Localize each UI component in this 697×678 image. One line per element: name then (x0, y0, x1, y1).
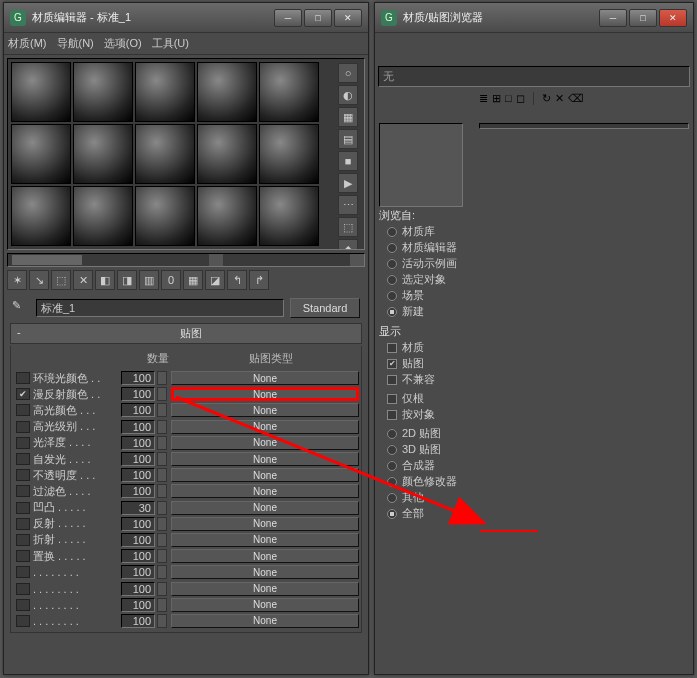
view-list-icons-icon[interactable]: ⊞ (492, 92, 501, 105)
menu-material[interactable]: 材质(M) (8, 36, 47, 51)
map-amount-input[interactable]: 100 (121, 371, 155, 385)
browse-from-option[interactable]: 活动示例画 (379, 256, 475, 272)
map-enable-checkbox[interactable] (16, 599, 30, 611)
map-tree[interactable]: VR天空VR位图过滤器VR污垢VR颜色凹痕斑点薄壁折射波浪大理石灰泥顶点颜色法线… (479, 123, 689, 129)
map-enable-checkbox[interactable] (16, 437, 30, 449)
maximize-button[interactable]: □ (629, 9, 657, 27)
map-amount-input[interactable]: 100 (121, 484, 155, 498)
spinner-icon[interactable] (157, 598, 167, 612)
map-enable-checkbox[interactable] (16, 485, 30, 497)
spinner-icon[interactable] (157, 436, 167, 450)
sample-hscroll[interactable] (7, 253, 365, 267)
spinner-icon[interactable] (157, 533, 167, 547)
go-sibling-icon[interactable]: ↱ (249, 270, 269, 290)
map-amount-input[interactable]: 100 (121, 598, 155, 612)
map-enable-checkbox[interactable] (16, 404, 30, 416)
spinner-icon[interactable] (157, 484, 167, 498)
spinner-icon[interactable] (157, 403, 167, 417)
map-amount-input[interactable]: 100 (121, 582, 155, 596)
mat-id-channel-icon[interactable]: 0 (161, 270, 181, 290)
browse-from-option[interactable]: 材质库 (379, 224, 475, 240)
options-icon[interactable]: ⋯ (338, 195, 358, 215)
video-color-icon[interactable]: ■ (338, 151, 358, 171)
spinner-icon[interactable] (157, 549, 167, 563)
get-material-icon[interactable]: ✶ (7, 270, 27, 290)
map-slot-button[interactable]: None (171, 549, 359, 563)
make-unique-icon[interactable]: ◨ (117, 270, 137, 290)
category-option[interactable]: 3D 贴图 (379, 442, 475, 458)
put-to-scene-icon[interactable]: ↘ (29, 270, 49, 290)
map-slot-button[interactable]: None (171, 468, 359, 482)
category-option[interactable]: 合成器 (379, 458, 475, 474)
maximize-button[interactable]: □ (304, 9, 332, 27)
map-slot-button[interactable]: None (171, 403, 359, 417)
map-slot-button[interactable]: None (171, 517, 359, 531)
map-enable-checkbox[interactable] (16, 583, 30, 595)
show-option[interactable]: 不兼容 (379, 372, 475, 388)
assign-to-sel-icon[interactable]: ⬚ (51, 270, 71, 290)
map-enable-checkbox[interactable] (16, 518, 30, 530)
spinner-icon[interactable] (157, 452, 167, 466)
spinner-icon[interactable] (157, 565, 167, 579)
map-enable-checkbox[interactable] (16, 566, 30, 578)
search-field[interactable]: 无 (378, 66, 690, 87)
browse-from-option[interactable]: 选定对象 (379, 272, 475, 288)
map-amount-input[interactable]: 100 (121, 420, 155, 434)
map-slot-button[interactable]: None (171, 501, 359, 515)
spinner-icon[interactable] (157, 371, 167, 385)
map-enable-checkbox[interactable] (16, 550, 30, 562)
show-in-vp-icon[interactable]: ▦ (183, 270, 203, 290)
delete-from-lib-icon[interactable]: ✕ (555, 92, 564, 105)
map-enable-checkbox[interactable] (16, 388, 30, 400)
category-option[interactable]: 其他 (379, 490, 475, 506)
map-enable-checkbox[interactable] (16, 502, 30, 514)
map-slot-button[interactable]: None (171, 614, 359, 628)
browse-from-option[interactable]: 新建 (379, 304, 475, 320)
clear-lib-icon[interactable]: ⌫ (568, 92, 584, 105)
map-amount-input[interactable]: 100 (121, 549, 155, 563)
show2-option[interactable]: 仅根 (379, 391, 475, 407)
category-option[interactable]: 颜色修改器 (379, 474, 475, 490)
spinner-icon[interactable] (157, 582, 167, 596)
view-small-icon[interactable]: □ (505, 92, 512, 105)
map-slot-button[interactable]: None (171, 387, 359, 401)
map-slot-button[interactable]: None (171, 598, 359, 612)
category-option[interactable]: 全部 (379, 506, 475, 522)
map-slot-button[interactable]: None (171, 565, 359, 579)
map-amount-input[interactable]: 100 (121, 565, 155, 579)
make-preview-icon[interactable]: ▶ (338, 173, 358, 193)
uv-tile-icon[interactable]: ▤ (338, 129, 358, 149)
map-enable-checkbox[interactable] (16, 615, 30, 627)
category-option[interactable]: 2D 贴图 (379, 426, 475, 442)
material-type-button[interactable]: Standard (290, 298, 360, 318)
update-icon[interactable]: ↻ (542, 92, 551, 105)
map-slot-button[interactable]: None (171, 420, 359, 434)
titlebar[interactable]: G 材质编辑器 - 标准_1 ─ □ ✕ (4, 3, 368, 33)
mat-id-icon[interactable]: ◆ (338, 239, 358, 250)
map-slot-button[interactable]: None (171, 582, 359, 596)
show-option[interactable]: 贴图 (379, 356, 475, 372)
map-amount-input[interactable]: 100 (121, 387, 155, 401)
close-button[interactable]: ✕ (334, 9, 362, 27)
spinner-icon[interactable] (157, 420, 167, 434)
map-amount-input[interactable]: 100 (121, 517, 155, 531)
background-icon[interactable]: ▦ (338, 107, 358, 127)
go-parent-icon[interactable]: ↰ (227, 270, 247, 290)
menu-nav[interactable]: 导航(N) (57, 36, 94, 51)
eyedropper-icon[interactable]: ✎ (12, 299, 30, 317)
browse-from-option[interactable]: 场景 (379, 288, 475, 304)
make-copy-icon[interactable]: ◧ (95, 270, 115, 290)
map-amount-input[interactable]: 100 (121, 403, 155, 417)
show-end-icon[interactable]: ◪ (205, 270, 225, 290)
spinner-icon[interactable] (157, 517, 167, 531)
put-to-lib-icon[interactable]: ▥ (139, 270, 159, 290)
minimize-button[interactable]: ─ (274, 9, 302, 27)
maps-rollout-header[interactable]: - 贴图 (10, 323, 362, 344)
map-amount-input[interactable]: 100 (121, 614, 155, 628)
minimize-button[interactable]: ─ (599, 9, 627, 27)
menu-options[interactable]: 选项(O) (104, 36, 142, 51)
browse-from-option[interactable]: 材质编辑器 (379, 240, 475, 256)
show-option[interactable]: 材质 (379, 340, 475, 356)
spinner-icon[interactable] (157, 468, 167, 482)
spinner-icon[interactable] (157, 614, 167, 628)
